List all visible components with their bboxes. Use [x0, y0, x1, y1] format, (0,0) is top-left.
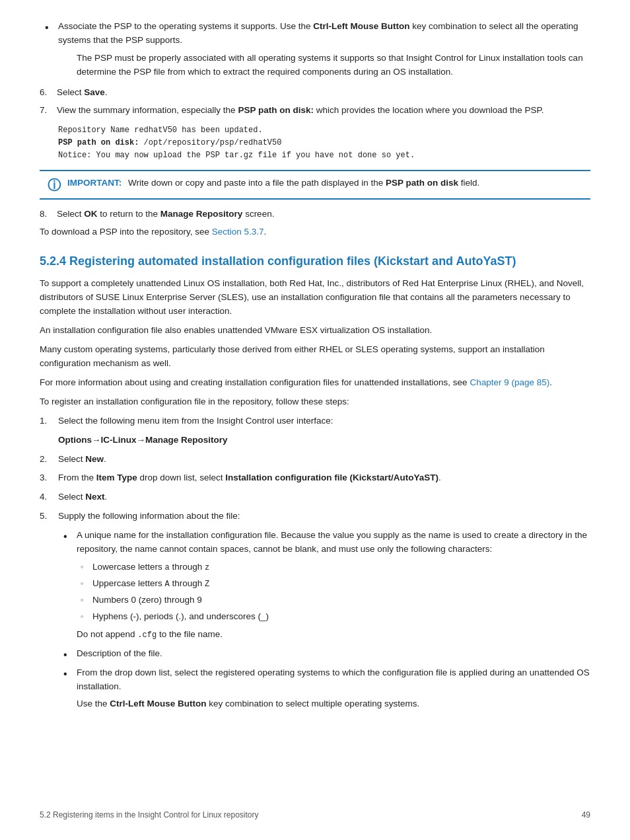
bold-ctrl-mouse: Ctrl-Left Mouse Button: [313, 21, 409, 31]
code-line-2: PSP path on disk: /opt/repository/psp/re…: [58, 138, 281, 147]
inner-step-2: 2. Select New.: [40, 453, 590, 467]
important-icon: ⓘ: [48, 177, 61, 193]
important-box: ⓘ IMPORTANT: Write down or copy and past…: [40, 170, 590, 200]
supply-bullet-2: Description of the file.: [58, 647, 590, 661]
section-para-4: For more information about using and cre…: [40, 376, 590, 390]
supply-bullets: A unique name for the installation confi…: [58, 529, 590, 711]
supply-bullet-1-text: A unique name for the installation confi…: [77, 530, 587, 554]
section-para-1: To support a completely unattended Linux…: [40, 277, 590, 319]
supply-bullet-3-text: From the drop down list, select the regi…: [77, 668, 590, 691]
inner-step-5: 5. Supply the following information abou…: [40, 510, 590, 523]
step-7-text: View the summary information, especially…: [57, 104, 544, 118]
chapter-9-link[interactable]: Chapter 9 (page 85): [470, 377, 549, 387]
section-537-link[interactable]: Section 5.3.7: [212, 227, 264, 237]
inner-step-3-text: From the Item Type drop down list, selec…: [58, 471, 441, 485]
bullet-text-1: Associate the PSP to the operating syste…: [58, 21, 578, 45]
supply-bullet-1: A unique name for the installation confi…: [58, 529, 590, 641]
download-para: To download a PSP into the repository, s…: [40, 225, 590, 239]
step-7: 7. View the summary information, especia…: [40, 104, 590, 118]
register-intro: To register an installation configuratio…: [40, 395, 590, 409]
section-heading-524: 5.2.4 Registering automated installation…: [40, 254, 590, 269]
char-list: Lowercase letters a through z Uppercase …: [77, 560, 590, 624]
step-8-num: 8.: [40, 208, 52, 221]
top-bullet-list: Associate the PSP to the operating syste…: [40, 20, 590, 79]
supply-bullet-3-sub: Use the Ctrl-Left Mouse Button key combi…: [77, 697, 590, 711]
code-line-3: Notice: You may now upload the PSP tar.g…: [58, 151, 415, 160]
supply-bullets-container: A unique name for the installation confi…: [58, 529, 590, 711]
inner-step-3-num: 3.: [40, 471, 53, 485]
section-para-2: An installation configuration file also …: [40, 324, 590, 338]
inner-step-5-text: Supply the following information about t…: [58, 510, 240, 523]
step-6-text: Select Save.: [57, 86, 108, 100]
footer-left: 5.2 Registering items in the Insight Con…: [40, 809, 259, 821]
step-6-num: 6.: [40, 86, 52, 100]
no-append-note: Do not append .cfg to the file name.: [77, 628, 590, 642]
supply-bullet-3: From the drop down list, select the regi…: [58, 666, 590, 712]
section-para-3: Many custom operating systems, particula…: [40, 343, 590, 371]
top-bullet-item: Associate the PSP to the operating syste…: [40, 20, 590, 79]
step-8-text: Select OK to return to the Manage Reposi…: [57, 208, 274, 221]
inner-step-4-num: 4.: [40, 490, 53, 504]
step-7-num: 7.: [40, 104, 52, 118]
inner-steps: 1. Select the following menu item from t…: [40, 414, 590, 524]
char-item-2: Uppercase letters A through Z: [77, 577, 590, 591]
footer-right: 49: [582, 809, 590, 821]
steps-6-7: 6. Select Save. 7. View the summary info…: [40, 86, 590, 118]
inner-step-1-text: Select the following menu item from the …: [58, 414, 333, 428]
code-block: Repository Name redhatV50 has been updat…: [58, 124, 590, 163]
bullet-sub-para: The PSP must be properly associated with…: [77, 52, 590, 79]
nav-path: Options→IC-Linux→Manage Repository: [58, 434, 590, 447]
step-8: 8. Select OK to return to the Manage Rep…: [40, 208, 590, 221]
inner-step-1: 1. Select the following menu item from t…: [40, 414, 590, 428]
inner-step-2-num: 2.: [40, 453, 53, 467]
inner-step-2-text: Select New.: [58, 453, 106, 467]
inner-step-5-num: 5.: [40, 510, 53, 523]
inner-step-4: 4. Select Next.: [40, 490, 590, 504]
important-text: IMPORTANT: Write down or copy and paste …: [67, 176, 479, 190]
code-line-1: Repository Name redhatV50 has been updat…: [58, 126, 263, 135]
inner-step-4-text: Select Next.: [58, 490, 107, 504]
char-item-3: Numbers 0 (zero) through 9: [77, 593, 590, 607]
inner-step-3: 3. From the Item Type drop down list, se…: [40, 471, 590, 485]
supply-bullet-2-text: Description of the file.: [77, 648, 162, 658]
inner-step-1-num: 1.: [40, 414, 53, 428]
important-label: IMPORTANT:: [67, 178, 122, 188]
step-6: 6. Select Save.: [40, 86, 590, 100]
char-item-4: Hyphens (-), periods (.), and underscore…: [77, 610, 590, 624]
footer: 5.2 Registering items in the Insight Con…: [40, 809, 590, 821]
char-item-1: Lowercase letters a through z: [77, 560, 590, 574]
